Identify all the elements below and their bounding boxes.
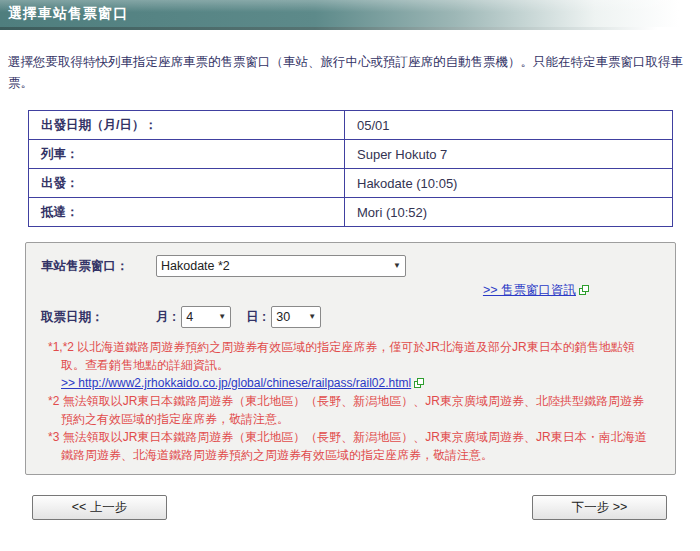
note-1-link-line: >> http://www2.jrhokkaido.co.jp/global/c… xyxy=(48,374,649,392)
note-2: *2 無法領取以JR東日本鐵路周遊券（東北地區）（長野、新潟地區）、JR東京廣域… xyxy=(48,392,649,428)
header-divider xyxy=(0,27,700,30)
notes-section: *1,*2 以北海道鐵路周遊券預約之周遊券有效區域的指定座席券，僅可於JR北海道… xyxy=(48,338,675,464)
next-button[interactable]: 下一步 >> xyxy=(532,495,667,520)
table-row: 列車： Super Hokuto 7 xyxy=(29,140,673,169)
ticket-window-panel: 車站售票窗口： Hakodate *2 ▼ >> 售票窗口資訊 取票日期： 月 … xyxy=(25,242,676,475)
external-link-icon xyxy=(579,285,589,295)
month-select[interactable]: 4 xyxy=(181,306,231,328)
pickup-date-label: 取票日期： xyxy=(41,309,156,326)
external-link-icon xyxy=(414,378,424,388)
arrival-label: 抵達： xyxy=(29,198,345,227)
railpass-url-link[interactable]: >> http://www2.jrhokkaido.co.jp/global/c… xyxy=(61,376,411,390)
table-row: 出發： Hakodate (10:05) xyxy=(29,169,673,198)
page-title: 選擇車站售票窗口 xyxy=(8,5,128,23)
table-row: 抵達： Mori (10:52) xyxy=(29,198,673,227)
window-info-link[interactable]: >> 售票窗口資訊 xyxy=(483,283,576,297)
station-window-label: 車站售票窗口： xyxy=(41,258,156,275)
station-window-row: 車站售票窗口： Hakodate *2 ▼ xyxy=(41,255,675,277)
train-value: Super Hokuto 7 xyxy=(345,140,673,169)
back-button[interactable]: << 上一步 xyxy=(32,495,167,520)
arrival-value: Mori (10:52) xyxy=(345,198,673,227)
day-label: 日 : xyxy=(246,309,266,326)
pickup-date-row: 取票日期： 月 : 4 ▼ 日 : 30 ▼ xyxy=(41,306,675,328)
intro-text: 選擇您要取得特快列車指定座席車票的售票窗口（車站、旅行中心或預訂座席的自動售票機… xyxy=(8,52,692,94)
departure-label: 出發： xyxy=(29,169,345,198)
note-1: *1,*2 以北海道鐵路周遊券預約之周遊券有效區域的指定座席券，僅可於JR北海道… xyxy=(48,338,649,374)
window-info-row: >> 售票窗口資訊 xyxy=(41,282,675,299)
station-window-select[interactable]: Hakodate *2 xyxy=(156,255,406,277)
page-header: 選擇車站售票窗口 xyxy=(0,0,700,27)
trip-summary-table: 出發日期（月/日）： 05/01 列車： Super Hokuto 7 出發： … xyxy=(28,110,673,227)
train-label: 列車： xyxy=(29,140,345,169)
departure-date-label: 出發日期（月/日）： xyxy=(29,111,345,140)
month-label: 月 : xyxy=(156,309,176,326)
day-select[interactable]: 30 xyxy=(271,306,321,328)
nav-buttons-row: << 上一步 下一步 >> xyxy=(0,495,700,520)
note-3: *3 無法領取以JR東日本鐵路周遊券（東北地區）（長野、新潟地區）、JR東京廣域… xyxy=(48,428,649,464)
table-row: 出發日期（月/日）： 05/01 xyxy=(29,111,673,140)
departure-value: Hakodate (10:05) xyxy=(345,169,673,198)
departure-date-value: 05/01 xyxy=(345,111,673,140)
